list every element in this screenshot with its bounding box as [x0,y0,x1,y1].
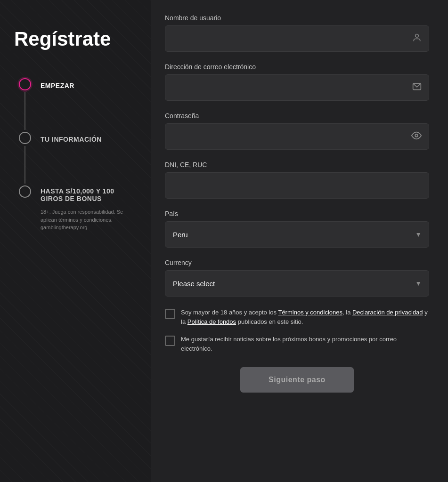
bonus-disclaimer: 18+. Juega con responsabilidad. Se aplic… [41,208,137,232]
username-label: Nombre de usuario [165,14,429,22]
newsletter-checkbox-row: Me gustaría recibir noticias sobre los p… [165,335,429,353]
step-connector-3 [19,185,31,198]
password-group: Contraseña [165,112,429,150]
step-circle-2 [19,132,31,144]
step-empezar: EMPEZAR [19,78,137,132]
dni-group: DNI, CE, RUC [165,161,429,199]
dni-label: DNI, CE, RUC [165,161,429,169]
svg-point-2 [415,134,418,137]
funds-policy-link[interactable]: Política de fondos [187,318,236,325]
submit-wrapper: Siguiente paso [165,367,429,393]
form-area: Nombre de usuario Dirección de correo el… [151,0,448,482]
privacy-link[interactable]: Declaración de privacidad [352,309,423,316]
page-title: Regístrate [14,28,137,50]
eye-icon[interactable] [411,130,422,143]
step-tu-informacion: TU INFORMACIÓN [19,132,137,185]
currency-group: Currency Please select USD PEN COP MXN A… [165,259,429,297]
steps-list: EMPEZAR TU INFORMACIÓN HASTA S/10,000 Y … [14,78,137,232]
step-line-2 [24,146,25,184]
dni-input-wrapper [165,172,429,199]
terms-link[interactable]: Términos y condiciones [278,309,342,316]
email-input-wrapper [165,74,429,101]
step-circle-3 [19,185,31,198]
step-connector-2 [19,132,31,185]
step-label-2: TU INFORMACIÓN [41,134,102,143]
terms-text: Soy mayor de 18 años y acepto los Términ… [181,308,429,326]
sidebar: Regístrate EMPEZAR TU INFORMACIÓN [0,0,151,482]
password-input-wrapper [165,123,429,150]
step-line-1 [24,92,25,130]
password-input[interactable] [165,123,429,150]
terms-checkbox-row: Soy mayor de 18 años y acepto los Términ… [165,308,429,326]
dni-input[interactable] [165,172,429,199]
email-label: Dirección de correo electrónico [165,63,429,71]
step-content-3: HASTA S/10,000 Y 100 GIROS DE BONUS 18+.… [41,185,137,232]
step-content-2: TU INFORMACIÓN [41,132,102,143]
step-bonus: HASTA S/10,000 Y 100 GIROS DE BONUS 18+.… [19,185,137,232]
step-connector-1 [19,78,31,132]
step-circle-1 [19,78,31,90]
username-group: Nombre de usuario [165,14,429,52]
currency-select-wrapper: Please select USD PEN COP MXN ARS ▼ [165,270,429,297]
country-select[interactable]: Peru Colombia México Argentina Chile [165,221,429,248]
newsletter-text: Me gustaría recibir noticias sobre los p… [181,335,429,353]
country-group: País Peru Colombia México Argentina Chil… [165,210,429,248]
step-label-1: EMPEZAR [41,80,74,89]
currency-select[interactable]: Please select USD PEN COP MXN ARS [165,270,429,297]
password-label: Contraseña [165,112,429,120]
country-label: País [165,210,429,217]
username-input[interactable] [165,25,429,52]
bonus-title: HASTA S/10,000 Y 100 GIROS DE BONUS [41,187,137,202]
terms-checkbox[interactable] [165,309,175,319]
newsletter-checkbox[interactable] [165,336,175,346]
email-group: Dirección de correo electrónico [165,63,429,101]
username-input-wrapper [165,25,429,52]
country-select-wrapper: Peru Colombia México Argentina Chile ▼ [165,221,429,248]
checkbox-group: Soy mayor de 18 años y acepto los Términ… [165,308,429,353]
currency-label: Currency [165,259,429,266]
email-input[interactable] [165,74,429,101]
step-content-1: EMPEZAR [41,78,74,89]
submit-button[interactable]: Siguiente paso [240,367,354,393]
